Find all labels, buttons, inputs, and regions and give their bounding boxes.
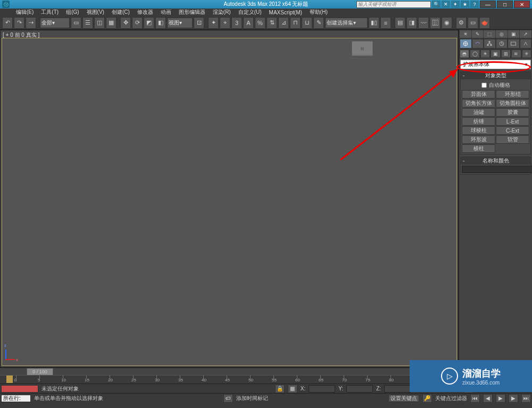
rollout-header-name[interactable]: -名称和颜色 xyxy=(461,157,530,165)
playback-start-icon[interactable]: ⏮ xyxy=(470,394,480,403)
selection-lock-icon[interactable]: ✎ xyxy=(313,17,324,29)
undo-icon[interactable]: ↶ xyxy=(2,17,13,29)
tab-hierarchy[interactable] xyxy=(484,39,496,48)
tab-create[interactable] xyxy=(460,39,472,48)
obj-spindle[interactable]: 纺锤 xyxy=(462,117,495,126)
search-button[interactable]: 🔍 xyxy=(432,1,440,8)
magnet2-icon[interactable]: ⊔ xyxy=(302,17,312,29)
snap-pct-icon[interactable]: % xyxy=(255,17,265,29)
keymode-icon[interactable]: ⌖ xyxy=(220,17,230,29)
setkey-button[interactable]: 设置关键点 xyxy=(388,395,419,402)
spinner-snap-icon[interactable]: ⇅ xyxy=(267,17,277,29)
playback-play-icon[interactable]: ▶ xyxy=(496,394,505,403)
star-icon[interactable]: ★ xyxy=(461,1,469,8)
menu-group[interactable]: 组(G) xyxy=(66,9,79,16)
sub-helpers-icon[interactable]: ⊞ xyxy=(501,50,511,58)
edge-snap-icon[interactable]: ⊿ xyxy=(278,17,289,29)
lock-icon[interactable]: 🔒 xyxy=(275,385,285,393)
menu-view[interactable]: 视图(V) xyxy=(87,9,104,16)
tab-motion[interactable] xyxy=(496,39,508,48)
help-icon[interactable]: ? xyxy=(470,1,479,8)
x-input[interactable] xyxy=(309,385,335,393)
menu-render[interactable]: 渲染(R) xyxy=(213,9,231,16)
menu-graph[interactable]: 图形编辑器 xyxy=(179,9,205,16)
geometry-category-dropdown[interactable]: 扩展基本体 ▼ xyxy=(460,60,531,69)
graphite-icon[interactable]: ◨ xyxy=(406,17,417,29)
menu-modifiers[interactable]: 修改器 xyxy=(137,9,153,16)
cp-h-icon[interactable]: ⬚ xyxy=(484,30,495,38)
window-crossing-icon[interactable]: ▦ xyxy=(106,17,117,29)
snap-3-icon[interactable]: 3 xyxy=(231,17,242,29)
key-filters[interactable]: 关键点过滤器 xyxy=(435,395,467,402)
obj-oiltank[interactable]: 油罐 xyxy=(462,108,495,117)
z-input[interactable] xyxy=(384,385,411,393)
sub-cameras-icon[interactable]: ▣ xyxy=(491,50,500,58)
render-setup-icon[interactable]: ⚙ xyxy=(456,17,467,29)
select-object-icon[interactable]: ▭ xyxy=(71,17,81,29)
help-search-input[interactable] xyxy=(356,1,431,8)
sub-spacewarps-icon[interactable]: ≋ xyxy=(511,50,521,58)
redo-icon[interactable]: ↷ xyxy=(14,17,24,29)
obj-ringwave[interactable]: 环形波 xyxy=(462,135,495,144)
cp-brush-icon[interactable]: ✎ xyxy=(472,30,484,38)
selection-filter-dropdown[interactable]: 全部 ▾ xyxy=(40,18,70,28)
obj-gengon[interactable]: 球棱柱 xyxy=(462,126,495,135)
sub-lights-icon[interactable]: ☀ xyxy=(480,50,490,58)
autogrid-checkbox[interactable]: 自动栅格 xyxy=(462,80,529,90)
tab-modify[interactable] xyxy=(472,39,484,48)
menu-maxscript[interactable]: MAXScript(M) xyxy=(269,10,302,15)
current-row[interactable]: 所在行: xyxy=(1,395,31,402)
move-icon[interactable]: ✥ xyxy=(120,17,131,29)
obj-lext[interactable]: L-Ext xyxy=(496,117,529,126)
tag-icon[interactable]: 🏷 xyxy=(223,394,233,403)
time-slider-thumb[interactable]: 0 / 100 xyxy=(27,368,53,376)
tab-display[interactable] xyxy=(508,39,520,48)
cp-arrow-icon[interactable]: ↗ xyxy=(520,30,531,38)
sub-shapes-icon[interactable]: ◯ xyxy=(470,50,479,58)
object-name-input[interactable] xyxy=(462,166,532,173)
ref-coord-icon[interactable]: ◧ xyxy=(155,17,166,29)
menu-help[interactable]: 帮助(H) xyxy=(310,9,328,16)
obj-chamfercyl[interactable]: 切角圆柱体 xyxy=(496,99,529,108)
named-selection-dropdown[interactable]: 创建选择集 ▾ xyxy=(325,18,368,28)
menu-edit[interactable]: 编辑(E) xyxy=(16,9,34,16)
viewport[interactable]: zx xyxy=(2,38,457,366)
time-cursor[interactable] xyxy=(6,376,13,383)
obj-chamferbox[interactable]: 切角长方体 xyxy=(462,99,495,108)
select-name-icon[interactable]: ☰ xyxy=(82,17,93,29)
cp-globe-icon[interactable]: ◎ xyxy=(496,30,508,38)
schematic-icon[interactable]: ⿲ xyxy=(430,17,440,29)
obj-cext[interactable]: C-Ext xyxy=(496,126,529,135)
scale-icon[interactable]: ◩ xyxy=(144,17,154,29)
coord-display-icon[interactable]: ▦ xyxy=(288,385,297,393)
render-icon[interactable]: 🫖 xyxy=(479,17,490,29)
snap-a-icon[interactable]: A xyxy=(243,17,254,29)
menu-create[interactable]: 创建(C) xyxy=(112,9,130,16)
minimize-button[interactable]: — xyxy=(480,1,496,8)
sub-systems-icon[interactable]: ✳ xyxy=(522,50,531,58)
obj-capsule[interactable]: 胶囊 xyxy=(496,108,529,117)
link-icon[interactable]: ⇢ xyxy=(26,17,36,29)
obj-hedra[interactable]: 异面体 xyxy=(462,90,495,99)
add-time-tag[interactable]: 添加时间标记 xyxy=(236,395,268,402)
obj-prism[interactable]: 棱柱 xyxy=(462,144,495,153)
wrench-icon[interactable]: ✦ xyxy=(451,1,460,8)
maximize-button[interactable]: □ xyxy=(497,1,513,8)
menu-tools[interactable]: 工具(T) xyxy=(41,9,59,16)
track-bar[interactable] xyxy=(1,385,38,393)
align-icon[interactable]: ≡ xyxy=(380,17,391,29)
rendered-frame-icon[interactable]: ▭ xyxy=(468,17,478,29)
autogrid-input[interactable] xyxy=(481,83,487,88)
material-editor-icon[interactable]: ◉ xyxy=(442,17,452,29)
mirror-icon[interactable]: ▮▯ xyxy=(369,17,379,29)
magnet-icon[interactable]: ⊓ xyxy=(290,17,301,29)
playback-prev-icon[interactable]: ◀ xyxy=(483,394,493,403)
pivot-icon[interactable]: ⊡ xyxy=(194,17,204,29)
menu-customize[interactable]: 自定义(U) xyxy=(238,9,262,16)
y-input[interactable] xyxy=(346,385,373,393)
tab-utilities[interactable] xyxy=(520,39,532,48)
curve-editor-icon[interactable]: 〰 xyxy=(418,17,429,29)
select-region-icon[interactable]: ◫ xyxy=(94,17,105,29)
key-icon[interactable]: 🔑 xyxy=(422,394,432,403)
obj-hose[interactable]: 软管 xyxy=(496,135,529,144)
